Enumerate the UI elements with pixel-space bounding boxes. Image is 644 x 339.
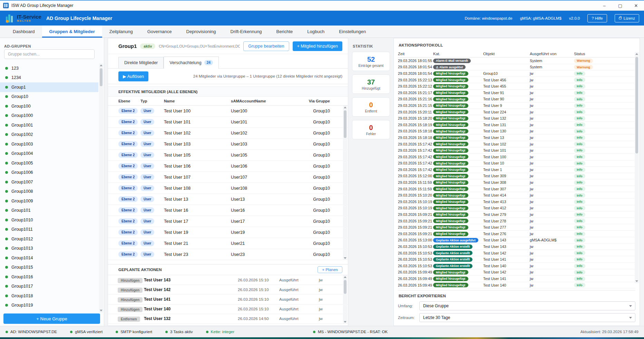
group-list-item[interactable]: Group1008 xyxy=(0,187,98,197)
planned-scroll-thumb[interactable] xyxy=(344,280,347,294)
planned-action-row[interactable]: Hinzufügen Test User 140 26.03.2026 15:1… xyxy=(108,305,348,314)
nav-tab[interactable]: Logbuch xyxy=(300,26,332,38)
protocol-row[interactable]: 29.03.2026 15:20:11 Mitglied hinzugefügt… xyxy=(398,109,635,116)
protocol-scroll-thumb[interactable] xyxy=(635,57,638,153)
nav-tab[interactable]: Dashboard xyxy=(6,26,42,38)
group-list-item[interactable]: 123 xyxy=(0,63,98,73)
planned-action-row[interactable]: Hinzufügen Test User 143 26.03.2026 15:1… xyxy=(108,275,348,285)
protocol-row[interactable]: 29.03.2026 15:17:42 Mitglied hinzugefügt… xyxy=(398,141,635,148)
protocol-row[interactable]: 29.03.2026 15:10:20 Mitglied hinzugefügt… xyxy=(398,192,635,199)
protocol-row[interactable]: 29.03.2026 15:11:59 Mitglied hinzugefügt… xyxy=(398,179,635,186)
member-row[interactable]: Ebene 2 User Test User 19 User19 Group10 xyxy=(108,227,348,238)
members-scroll-thumb[interactable] xyxy=(344,110,347,138)
scroll-down-icon[interactable] xyxy=(344,257,347,259)
protocol-row[interactable]: 29.03.2026 15:18:18 Mitglied hinzugefügt… xyxy=(398,128,635,135)
close-button[interactable]: ✕ xyxy=(628,1,644,10)
scroll-down-icon[interactable] xyxy=(344,321,347,323)
group-list-item[interactable]: Group1015 xyxy=(0,263,98,272)
protocol-row[interactable]: 29.03.2026 15:12:00 Mitglied hinzugefügt… xyxy=(398,173,635,180)
member-row[interactable]: Ebene 2 User Test User 23 User23 Group10 xyxy=(108,249,348,260)
period-select[interactable]: Letzte 30 Tage xyxy=(419,313,635,322)
protocol-row[interactable]: 29.03.2026 18:01:55 Alarm-E-Mail versand… xyxy=(398,58,635,64)
group-list-item[interactable]: Group1014 xyxy=(0,253,98,263)
protocol-row[interactable]: 29.03.2026 15:09:21 Mitglied hinzugefügt… xyxy=(398,218,635,225)
tab-direct-members[interactable]: Direkte Mitglieder xyxy=(118,57,164,68)
plan-button[interactable]: + Planen xyxy=(318,266,342,273)
group-list-item[interactable]: 1234 xyxy=(0,73,98,83)
maximize-button[interactable]: ▢ xyxy=(612,1,628,10)
group-list-item[interactable]: Group1 xyxy=(0,82,98,92)
group-list-item[interactable]: Group1016 xyxy=(0,272,98,282)
scroll-up-icon[interactable] xyxy=(635,53,638,55)
protocol-row[interactable]: 29.03.2026 15:17:42 Mitglied hinzugefügt… xyxy=(398,160,635,167)
group-list-item[interactable]: Group1004 xyxy=(0,149,98,159)
scope-select[interactable]: Diese Gruppe xyxy=(419,301,635,310)
protocol-row[interactable]: 29.03.2026 15:10:19 Mitglied hinzugefügt… xyxy=(398,205,635,212)
protocol-row[interactable]: 29.03.2026 15:18:20 Mitglied hinzugefügt… xyxy=(398,115,635,122)
protocol-row[interactable]: 26.03.2026 15:09:49 Mitglied hinzugefügt… xyxy=(398,269,635,276)
help-button[interactable]: ? Hilfe xyxy=(587,14,607,22)
group-list-item[interactable]: Group1012 xyxy=(0,234,98,244)
protocol-row[interactable]: 29.03.2026 15:10:19 Mitglied hinzugefügt… xyxy=(398,199,635,205)
nav-tab[interactable]: Berichte xyxy=(269,26,300,38)
new-group-button[interactable]: + Neue Gruppe xyxy=(3,313,100,324)
member-row[interactable]: Ebene 2 User Test User 101 User101 Group… xyxy=(108,117,348,128)
protocol-row[interactable]: 29.03.2026 15:21:16 Mitglied hinzugefügt… xyxy=(398,96,635,103)
group-list-item[interactable]: Group1005 xyxy=(0,158,98,168)
group-list-item[interactable]: Group101 xyxy=(0,206,98,216)
nav-tab[interactable]: Zeitplanung xyxy=(102,26,140,38)
group-list-item[interactable]: Group100 xyxy=(0,101,98,111)
group-list-item[interactable]: Group1011 xyxy=(0,225,98,235)
nav-tab[interactable]: Gruppen & Mitglieder xyxy=(42,26,102,38)
member-row[interactable]: Ebene 2 User Test User 107 User107 Group… xyxy=(108,172,348,183)
sidebar-scroll-thumb[interactable] xyxy=(100,68,103,86)
nav-tab[interactable]: Einstellungen xyxy=(332,26,373,38)
protocol-scrollbar[interactable] xyxy=(635,52,639,283)
member-row[interactable]: Ebene 2 User Test User 13 User13 Group10 xyxy=(108,194,348,205)
protocol-row[interactable]: 29.03.2026 15:17:42 Mitglied hinzugefügt… xyxy=(398,147,635,154)
group-list-item[interactable]: Group1018 xyxy=(0,291,98,301)
group-list-item[interactable]: Group1001 xyxy=(0,120,98,130)
protocol-row[interactable]: 29.03.2026 15:22:13 Mitglied hinzugefügt… xyxy=(398,77,635,83)
member-row[interactable]: Ebene 2 User Test User 106 User106 Group… xyxy=(108,161,348,172)
protocol-row[interactable]: 26.03.2026 15:10:53 Geplante Aktion erst… xyxy=(398,256,635,263)
add-member-button[interactable]: + Mitglied hinzufügen xyxy=(293,41,342,51)
scroll-down-icon[interactable] xyxy=(100,310,103,311)
group-list-item[interactable]: Group1009 xyxy=(0,196,98,206)
member-row[interactable]: Ebene 2 User Test User 108 User108 Group… xyxy=(108,183,348,194)
license-button[interactable]: Lizenz xyxy=(615,14,639,22)
sidebar-scrollbar[interactable] xyxy=(99,63,103,312)
protocol-row[interactable]: 26.03.2026 15:10:53 Geplante Aktion erst… xyxy=(398,263,635,269)
group-search-input[interactable] xyxy=(4,49,95,59)
protocol-row[interactable]: 26.03.2026 15:13:00 Geplante Aktion ausg… xyxy=(398,237,635,244)
protocol-row[interactable]: 29.03.2026 15:21:15 Mitglied hinzugefügt… xyxy=(398,102,635,109)
planned-action-row[interactable]: Entfernen Test User 132 26.03.2026 14:50… xyxy=(108,314,348,324)
planned-action-row[interactable]: Hinzufügen Test User 142 26.03.2026 15:1… xyxy=(108,285,348,295)
group-list-item[interactable]: Group1002 xyxy=(0,130,98,140)
protocol-row[interactable]: 29.03.2026 15:21:17 Mitglied hinzugefügt… xyxy=(398,90,635,96)
edit-group-button[interactable]: Gruppe bearbeiten xyxy=(243,41,289,51)
nav-tab[interactable]: Governance xyxy=(140,26,179,38)
members-scrollbar[interactable] xyxy=(343,106,347,260)
group-list-item[interactable]: Group1006 xyxy=(0,168,98,178)
protocol-row[interactable]: 29.03.2026 18:01:54 ⚠ Alarm ausgelöst Sy… xyxy=(398,64,635,71)
member-row[interactable]: Ebene 2 User Test User 16 User16 Group10 xyxy=(108,205,348,216)
scroll-up-icon[interactable] xyxy=(100,64,103,66)
protocol-row[interactable]: 29.03.2026 15:09:21 Mitglied hinzugefügt… xyxy=(398,231,635,237)
protocol-row[interactable]: 29.03.2026 15:17:42 Mitglied hinzugefügt… xyxy=(398,167,635,173)
protocol-row[interactable]: 29.03.2026 15:17:42 Mitglied hinzugefügt… xyxy=(398,154,635,160)
minimize-button[interactable]: – xyxy=(596,1,612,10)
scroll-down-icon[interactable] xyxy=(635,280,638,282)
member-row[interactable]: Ebene 2 User Test User 102 User102 Group… xyxy=(108,128,348,139)
group-list-item[interactable]: Group1019 xyxy=(0,301,98,310)
group-list-item[interactable]: Group1003 xyxy=(0,139,98,149)
scroll-up-icon[interactable] xyxy=(344,276,347,278)
group-list-item[interactable]: Group10 xyxy=(0,92,98,102)
scroll-up-icon[interactable] xyxy=(344,107,347,108)
protocol-row[interactable]: 29.03.2026 15:09:21 Mitglied hinzugefügt… xyxy=(398,224,635,231)
group-list-item[interactable]: Group1017 xyxy=(0,282,98,291)
tab-nesting[interactable]: Verschachtelung 24 xyxy=(164,57,219,69)
group-list-item[interactable]: Group1010 xyxy=(0,215,98,225)
protocol-row[interactable]: 26.03.2026 15:10:53 Geplante Aktion erst… xyxy=(398,243,635,250)
nav-tab[interactable]: Deprovisioning xyxy=(179,26,223,38)
